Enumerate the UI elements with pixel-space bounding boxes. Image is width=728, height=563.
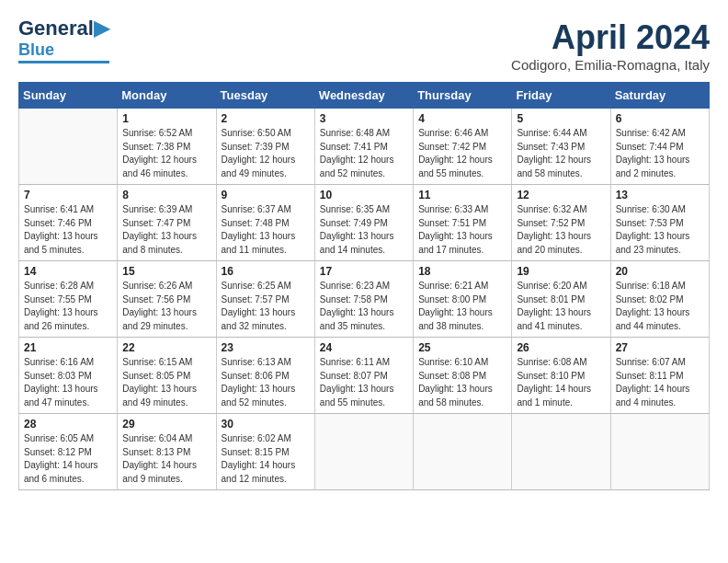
day-number: 27 <box>616 341 704 354</box>
calendar-cell: 16Sunrise: 6:25 AMSunset: 7:57 PMDayligh… <box>216 261 314 338</box>
day-number: 9 <box>222 189 310 201</box>
day-number: 14 <box>24 265 112 278</box>
calendar-cell: 23Sunrise: 6:13 AMSunset: 8:06 PMDayligh… <box>216 338 314 414</box>
week-row-2: 7Sunrise: 6:41 AMSunset: 7:46 PMDaylight… <box>19 185 710 261</box>
day-info: Sunrise: 6:13 AMSunset: 8:06 PMDaylight:… <box>222 356 310 409</box>
day-info: Sunrise: 6:25 AMSunset: 7:57 PMDaylight:… <box>222 280 310 333</box>
day-number: 5 <box>517 112 605 125</box>
column-header-friday: Friday <box>512 83 610 109</box>
day-number: 25 <box>418 341 506 354</box>
day-number: 4 <box>418 112 506 125</box>
week-row-5: 28Sunrise: 6:05 AMSunset: 8:12 PMDayligh… <box>19 414 710 490</box>
day-number: 16 <box>222 265 310 278</box>
day-info: Sunrise: 6:04 AMSunset: 8:13 PMDaylight:… <box>122 432 210 486</box>
calendar-cell: 14Sunrise: 6:28 AMSunset: 7:55 PMDayligh… <box>19 261 118 338</box>
column-header-saturday: Saturday <box>610 83 709 109</box>
day-info: Sunrise: 6:23 AMSunset: 7:58 PMDaylight:… <box>320 280 408 333</box>
day-number: 28 <box>24 418 112 431</box>
calendar-cell: 24Sunrise: 6:11 AMSunset: 8:07 PMDayligh… <box>314 338 413 414</box>
calendar-cell: 10Sunrise: 6:35 AMSunset: 7:49 PMDayligh… <box>314 185 413 261</box>
calendar-cell <box>314 414 413 490</box>
week-row-3: 14Sunrise: 6:28 AMSunset: 7:55 PMDayligh… <box>19 261 710 338</box>
day-number: 17 <box>320 265 408 278</box>
day-number: 13 <box>616 189 704 201</box>
day-number: 11 <box>418 189 506 201</box>
day-info: Sunrise: 6:08 AMSunset: 8:10 PMDaylight:… <box>517 356 605 409</box>
day-info: Sunrise: 6:30 AMSunset: 7:53 PMDaylight:… <box>616 203 704 257</box>
day-number: 22 <box>122 341 210 354</box>
day-number: 19 <box>517 265 605 278</box>
calendar-cell: 20Sunrise: 6:18 AMSunset: 8:02 PMDayligh… <box>610 261 709 338</box>
day-info: Sunrise: 6:37 AMSunset: 7:48 PMDaylight:… <box>222 203 310 257</box>
calendar-cell <box>610 414 709 490</box>
calendar-cell: 25Sunrise: 6:10 AMSunset: 8:08 PMDayligh… <box>414 338 512 414</box>
calendar-cell: 21Sunrise: 6:16 AMSunset: 8:03 PMDayligh… <box>19 338 118 414</box>
column-header-tuesday: Tuesday <box>216 83 314 109</box>
day-info: Sunrise: 6:15 AMSunset: 8:05 PMDaylight:… <box>122 356 210 409</box>
day-info: Sunrise: 6:50 AMSunset: 7:39 PMDaylight:… <box>222 127 310 180</box>
calendar-cell: 27Sunrise: 6:07 AMSunset: 8:11 PMDayligh… <box>610 338 709 414</box>
day-info: Sunrise: 6:39 AMSunset: 7:47 PMDaylight:… <box>122 203 210 257</box>
day-number: 7 <box>24 189 112 201</box>
calendar-cell: 5Sunrise: 6:44 AMSunset: 7:43 PMDaylight… <box>512 109 610 185</box>
logo-text: General▶ Blue <box>18 18 109 59</box>
calendar-cell: 12Sunrise: 6:32 AMSunset: 7:52 PMDayligh… <box>512 185 610 261</box>
day-info: Sunrise: 6:11 AMSunset: 8:07 PMDaylight:… <box>320 356 408 409</box>
day-info: Sunrise: 6:42 AMSunset: 7:44 PMDaylight:… <box>616 127 704 180</box>
calendar-cell: 19Sunrise: 6:20 AMSunset: 8:01 PMDayligh… <box>512 261 610 338</box>
calendar-cell: 8Sunrise: 6:39 AMSunset: 7:47 PMDaylight… <box>118 185 216 261</box>
calendar-cell: 26Sunrise: 6:08 AMSunset: 8:10 PMDayligh… <box>512 338 610 414</box>
day-number: 8 <box>122 189 210 201</box>
logo-blue-text: Blue <box>18 40 54 59</box>
calendar-cell: 3Sunrise: 6:48 AMSunset: 7:41 PMDaylight… <box>314 109 413 185</box>
calendar-cell: 2Sunrise: 6:50 AMSunset: 7:39 PMDaylight… <box>216 109 314 185</box>
calendar-cell <box>512 414 610 490</box>
day-number: 10 <box>320 189 408 201</box>
day-number: 2 <box>222 112 310 125</box>
calendar-header-row: SundayMondayTuesdayWednesdayThursdayFrid… <box>19 83 710 109</box>
calendar-cell: 28Sunrise: 6:05 AMSunset: 8:12 PMDayligh… <box>19 414 118 490</box>
day-info: Sunrise: 6:41 AMSunset: 7:46 PMDaylight:… <box>24 203 112 257</box>
day-number: 30 <box>222 418 310 431</box>
day-number: 26 <box>517 341 605 354</box>
day-info: Sunrise: 6:52 AMSunset: 7:38 PMDaylight:… <box>122 127 210 180</box>
week-row-4: 21Sunrise: 6:16 AMSunset: 8:03 PMDayligh… <box>19 338 710 414</box>
logo-general: General <box>18 17 94 40</box>
calendar-cell: 30Sunrise: 6:02 AMSunset: 8:15 PMDayligh… <box>216 414 314 490</box>
day-info: Sunrise: 6:35 AMSunset: 7:49 PMDaylight:… <box>320 203 408 257</box>
day-info: Sunrise: 6:46 AMSunset: 7:42 PMDaylight:… <box>418 127 506 180</box>
day-info: Sunrise: 6:26 AMSunset: 7:56 PMDaylight:… <box>122 280 210 333</box>
day-number: 24 <box>320 341 408 354</box>
day-info: Sunrise: 6:48 AMSunset: 7:41 PMDaylight:… <box>320 127 408 180</box>
day-number: 21 <box>24 341 112 354</box>
day-number: 18 <box>418 265 506 278</box>
calendar-cell: 9Sunrise: 6:37 AMSunset: 7:48 PMDaylight… <box>216 185 314 261</box>
calendar-table: SundayMondayTuesdayWednesdayThursdayFrid… <box>18 82 710 490</box>
day-info: Sunrise: 6:05 AMSunset: 8:12 PMDaylight:… <box>24 432 112 486</box>
day-info: Sunrise: 6:20 AMSunset: 8:01 PMDaylight:… <box>517 280 605 333</box>
day-info: Sunrise: 6:07 AMSunset: 8:11 PMDaylight:… <box>616 356 704 409</box>
calendar-cell: 7Sunrise: 6:41 AMSunset: 7:46 PMDaylight… <box>19 185 118 261</box>
day-info: Sunrise: 6:18 AMSunset: 8:02 PMDaylight:… <box>616 280 704 333</box>
calendar-cell: 29Sunrise: 6:04 AMSunset: 8:13 PMDayligh… <box>118 414 216 490</box>
day-number: 29 <box>122 418 210 431</box>
day-info: Sunrise: 6:10 AMSunset: 8:08 PMDaylight:… <box>418 356 506 409</box>
day-info: Sunrise: 6:28 AMSunset: 7:55 PMDaylight:… <box>24 280 112 333</box>
day-number: 6 <box>616 112 704 125</box>
day-number: 1 <box>122 112 210 125</box>
calendar-cell: 18Sunrise: 6:21 AMSunset: 8:00 PMDayligh… <box>414 261 512 338</box>
title-area: April 2024 Codigoro, Emilia-Romagna, Ita… <box>511 18 710 73</box>
column-header-wednesday: Wednesday <box>314 83 413 109</box>
column-header-thursday: Thursday <box>414 83 512 109</box>
calendar-cell: 17Sunrise: 6:23 AMSunset: 7:58 PMDayligh… <box>314 261 413 338</box>
calendar-cell: 22Sunrise: 6:15 AMSunset: 8:05 PMDayligh… <box>118 338 216 414</box>
logo-blue: ▶ <box>94 17 109 40</box>
week-row-1: 1Sunrise: 6:52 AMSunset: 7:38 PMDaylight… <box>19 109 710 185</box>
calendar-cell: 13Sunrise: 6:30 AMSunset: 7:53 PMDayligh… <box>610 185 709 261</box>
calendar-cell: 4Sunrise: 6:46 AMSunset: 7:42 PMDaylight… <box>414 109 512 185</box>
calendar-cell: 6Sunrise: 6:42 AMSunset: 7:44 PMDaylight… <box>610 109 709 185</box>
day-number: 12 <box>517 189 605 201</box>
column-header-monday: Monday <box>118 83 216 109</box>
month-title: April 2024 <box>511 18 710 57</box>
day-number: 23 <box>222 341 310 354</box>
